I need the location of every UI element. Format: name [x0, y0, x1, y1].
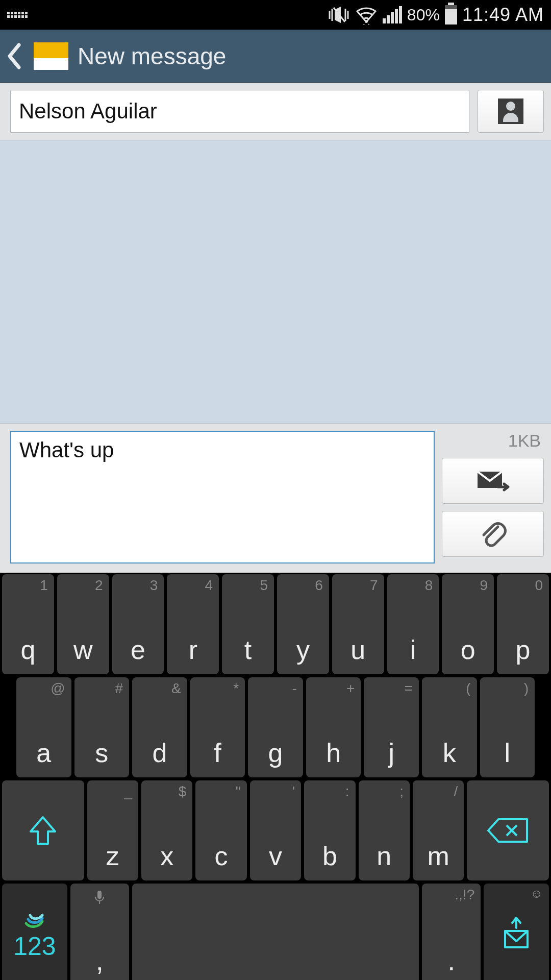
- key-z[interactable]: _z: [87, 780, 138, 880]
- person-icon: [498, 99, 523, 124]
- key-numbers[interactable]: 123: [2, 884, 67, 980]
- compose-row: 1KB: [0, 424, 551, 573]
- key-e[interactable]: 3e: [112, 574, 164, 674]
- key-l[interactable]: )l: [480, 677, 535, 777]
- key-p[interactable]: 0p: [497, 574, 549, 674]
- add-contact-button[interactable]: [478, 90, 544, 133]
- shift-arrow-icon: [28, 814, 58, 847]
- mic-icon: [93, 890, 106, 909]
- key-w[interactable]: 2w: [57, 574, 109, 674]
- envelope-icon: [34, 42, 68, 70]
- key-o[interactable]: 9o: [442, 574, 494, 674]
- message-size-label: 1KB: [442, 431, 544, 451]
- key-h[interactable]: +h: [306, 677, 361, 777]
- swiftkey-icon: [23, 906, 46, 929]
- key-period[interactable]: .,!? .: [422, 884, 481, 980]
- vibrate-mute-icon: [328, 5, 350, 25]
- keyboard-row-2: @a #s &d *f -g +h =j (k )l: [0, 676, 551, 779]
- svg-point-1: [365, 20, 368, 23]
- keyboard-indicator-icon: [7, 12, 28, 18]
- message-input[interactable]: [10, 431, 435, 564]
- key-r[interactable]: 4r: [167, 574, 219, 674]
- send-button[interactable]: [442, 458, 544, 504]
- key-d[interactable]: &d: [132, 677, 187, 777]
- send-message-icon: [500, 916, 533, 951]
- key-enter[interactable]: ☺: [484, 884, 549, 980]
- key-b[interactable]: :b: [304, 780, 355, 880]
- key-q[interactable]: 1q: [2, 574, 54, 674]
- conversation-area[interactable]: [0, 140, 551, 424]
- send-icon: [474, 469, 511, 493]
- keyboard-row-3: _z $x "c 'v :b ;n /m: [0, 779, 551, 882]
- key-k[interactable]: (k: [422, 677, 477, 777]
- recipient-value: Nelson Aguilar: [19, 99, 157, 124]
- paperclip-icon: [479, 520, 507, 548]
- key-comma[interactable]: ,: [70, 884, 129, 980]
- key-n[interactable]: ;n: [359, 780, 410, 880]
- key-space[interactable]: [132, 884, 419, 980]
- key-shift[interactable]: [2, 780, 84, 880]
- key-backspace[interactable]: [467, 780, 549, 880]
- attach-button[interactable]: [442, 511, 544, 557]
- recipient-input[interactable]: Nelson Aguilar: [10, 90, 469, 133]
- key-j[interactable]: =j: [364, 677, 419, 777]
- status-bar: 80% 11:49 AM: [0, 0, 551, 30]
- key-f[interactable]: *f: [190, 677, 245, 777]
- wifi-icon: [355, 5, 378, 25]
- battery-icon: [445, 5, 457, 24]
- key-t[interactable]: 5t: [222, 574, 274, 674]
- status-time: 11:49 AM: [462, 4, 544, 26]
- key-v[interactable]: 'v: [250, 780, 301, 880]
- recipient-row: Nelson Aguilar: [0, 83, 551, 140]
- key-y[interactable]: 6y: [277, 574, 329, 674]
- keyboard-row-4: 123 , .,!? . ☺: [0, 882, 551, 980]
- keyboard: 1q 2w 3e 4r 5t 6y 7u 8i 9o 0p @a #s &d *…: [0, 573, 551, 980]
- key-s[interactable]: #s: [74, 677, 130, 777]
- key-u[interactable]: 7u: [332, 574, 384, 674]
- app-header: New message: [0, 30, 551, 83]
- backspace-icon: [486, 816, 530, 845]
- key-x[interactable]: $x: [141, 780, 192, 880]
- back-button[interactable]: [4, 41, 24, 71]
- key-i[interactable]: 8i: [387, 574, 439, 674]
- cell-signal-icon: [383, 6, 402, 23]
- battery-percentage: 80%: [407, 6, 440, 24]
- key-a[interactable]: @a: [16, 677, 71, 777]
- svg-rect-5: [97, 891, 102, 899]
- key-c[interactable]: "c: [195, 780, 246, 880]
- key-g[interactable]: -g: [248, 677, 303, 777]
- keyboard-row-1: 1q 2w 3e 4r 5t 6y 7u 8i 9o 0p: [0, 573, 551, 676]
- header-title: New message: [78, 42, 226, 70]
- key-m[interactable]: /m: [413, 780, 464, 880]
